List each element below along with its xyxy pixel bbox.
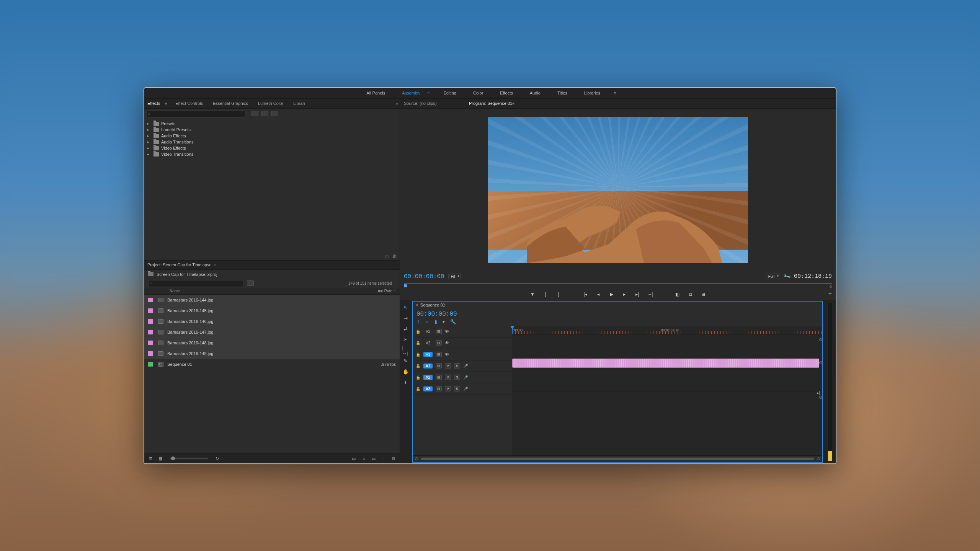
- tree-presets[interactable]: ▸Presets: [144, 121, 400, 127]
- workspace-menu-icon[interactable]: ≡: [427, 91, 430, 95]
- workspace-libraries[interactable]: Libraries: [581, 90, 603, 96]
- project-panel-menu-icon[interactable]: ≡: [214, 263, 216, 267]
- program-tab-menu-icon[interactable]: ≡: [512, 101, 514, 106]
- hand-tool[interactable]: ✋: [402, 368, 409, 375]
- track-select-tool[interactable]: ⇥: [402, 315, 409, 322]
- preset-filter-2-button[interactable]: [261, 111, 268, 116]
- track-target[interactable]: A2: [423, 375, 433, 380]
- video-track-header[interactable]: 🔒 V1 ⊟ 👁: [413, 349, 512, 360]
- automate-to-sequence-button[interactable]: ▭: [351, 456, 357, 461]
- go-to-out-button[interactable]: ▸|: [634, 292, 641, 297]
- clip-row[interactable]: Barnastars 2016-149.jpg: [144, 348, 400, 359]
- wrench-icon[interactable]: 🔧: [450, 319, 456, 324]
- tree-audio-effects[interactable]: ▸Audio Effects: [144, 133, 400, 139]
- preset-filter-1-button[interactable]: [252, 111, 258, 116]
- play-button[interactable]: ▶: [608, 292, 615, 297]
- step-back-button[interactable]: ◂: [595, 292, 602, 297]
- sequence-tab-menu-icon[interactable]: ≡: [444, 303, 446, 307]
- sequence-tab[interactable]: Sequence 01: [420, 303, 445, 307]
- toggle-track-output-icon[interactable]: 👁: [445, 329, 449, 334]
- voice-over-icon[interactable]: 🎤: [463, 387, 468, 391]
- step-forward-button[interactable]: ▸: [621, 292, 628, 297]
- lock-icon[interactable]: 🔒: [416, 387, 420, 391]
- mute-button[interactable]: M: [445, 386, 451, 391]
- snap-toggle-icon[interactable]: ⊹: [416, 319, 420, 324]
- workspace-audio[interactable]: Audio: [527, 90, 544, 96]
- sync-lock-icon[interactable]: ⊟: [436, 386, 442, 391]
- video-track-header[interactable]: 🔒 V2 ⊟ 👁: [413, 337, 512, 349]
- work-area-marker[interactable]: [819, 396, 822, 399]
- lock-icon[interactable]: 🔒: [416, 352, 420, 357]
- go-to-in-button[interactable]: |◂: [582, 292, 589, 297]
- timeline-timecode[interactable]: 00:00:00:00: [416, 311, 457, 318]
- col-header-rate[interactable]: me Rate ˄: [365, 289, 396, 293]
- workspace-assembly[interactable]: Assembly: [399, 90, 423, 96]
- ripple-edit-tool[interactable]: ⇄: [402, 326, 409, 333]
- resolution-select[interactable]: Full: [766, 274, 780, 279]
- sync-lock-icon[interactable]: ⊟: [436, 340, 442, 346]
- audio-track-header[interactable]: 🔒 A1 ⊟ M S 🎤: [413, 360, 512, 372]
- list-view-button[interactable]: ≣: [147, 456, 154, 461]
- video-track-header[interactable]: 🔒 V3 ⊟ 👁: [413, 326, 512, 337]
- lock-icon[interactable]: 🔒: [416, 341, 420, 345]
- slip-tool[interactable]: |↔|: [402, 347, 409, 354]
- source-monitor-tab[interactable]: Source: (no clips): [400, 99, 441, 108]
- tree-video-effects[interactable]: ▸Video Effects: [144, 145, 400, 151]
- project-filter-button[interactable]: [247, 280, 254, 286]
- clip-row[interactable]: Barnastars 2016-148.jpg: [144, 337, 400, 348]
- mute-button[interactable]: M: [445, 375, 451, 380]
- solo-button[interactable]: S: [454, 363, 460, 368]
- clip-row[interactable]: Barnastars 2016-147.jpg: [144, 327, 400, 337]
- add-marker-button[interactable]: ▼: [529, 292, 536, 297]
- tab-essential-graphics[interactable]: Essential Graphics: [211, 99, 250, 107]
- tab-overflow-icon[interactable]: »: [396, 101, 398, 106]
- zoom-out-handle[interactable]: [415, 457, 418, 460]
- timeline-zoom-scrollbar[interactable]: [420, 457, 815, 460]
- clip-row[interactable]: Barnastars 2016-146.jpg: [144, 316, 400, 327]
- sort-icon[interactable]: ↻: [214, 456, 220, 461]
- tab-effect-controls[interactable]: Effect Controls: [174, 99, 204, 107]
- timeline-settings-icon[interactable]: ▾: [443, 319, 445, 324]
- settings-wrench-icon[interactable]: 🔧: [783, 272, 791, 280]
- track-target[interactable]: A1: [423, 364, 433, 368]
- workspace-titles[interactable]: Titles: [554, 90, 570, 96]
- program-monitor-tab[interactable]: Program: Sequence 01: [465, 99, 516, 108]
- audio-meter[interactable]: [823, 300, 836, 463]
- go-to-sequence-end-icon[interactable]: ▸|: [817, 391, 820, 395]
- new-bin-button[interactable]: ▭: [371, 456, 377, 461]
- solo-button[interactable]: S: [454, 375, 460, 380]
- audio-track-header[interactable]: 🔒 A3 ⊟ M S 🎤: [413, 383, 512, 395]
- export-frame-button[interactable]: ◧: [674, 292, 681, 297]
- workspace-editing[interactable]: Editing: [440, 90, 459, 96]
- toggle-track-output-icon[interactable]: 👁: [445, 341, 449, 345]
- zoom-in-handle[interactable]: [817, 457, 820, 460]
- playhead-marker-icon[interactable]: [404, 284, 407, 287]
- preset-filter-3-button[interactable]: [271, 111, 278, 116]
- safe-margins-button[interactable]: ⊞: [700, 292, 707, 297]
- new-bin-icon[interactable]: ▭: [385, 254, 389, 259]
- tab-effects[interactable]: Effects: [146, 99, 162, 107]
- delete-button[interactable]: 🗑: [390, 456, 397, 461]
- project-search-input[interactable]: [148, 280, 244, 287]
- sync-lock-icon[interactable]: ⊟: [436, 329, 442, 334]
- zoom-fit-select[interactable]: Fit: [448, 274, 461, 279]
- mark-out-button[interactable]: }: [555, 292, 562, 297]
- next-edit-button[interactable]: →|: [647, 292, 654, 297]
- tree-audio-transitions[interactable]: ▸Audio Transitions: [144, 139, 400, 145]
- button-editor-plus-icon[interactable]: +: [828, 290, 832, 297]
- video-preview[interactable]: [488, 117, 748, 263]
- selection-tool[interactable]: ↖: [402, 304, 409, 311]
- icon-view-button[interactable]: ▦: [157, 456, 163, 461]
- sync-lock-icon[interactable]: ⊟: [436, 363, 442, 368]
- workspace-all-panels[interactable]: All Panels: [363, 90, 388, 96]
- close-sequence-icon[interactable]: ×: [416, 303, 418, 307]
- find-button[interactable]: ⌕: [361, 456, 367, 461]
- add-marker-icon[interactable]: ▮: [434, 319, 437, 324]
- timeline-clip[interactable]: [512, 359, 819, 368]
- sync-lock-icon[interactable]: ⊟: [436, 352, 442, 357]
- linked-selection-icon[interactable]: ∩: [426, 319, 429, 324]
- track-target[interactable]: V2: [423, 341, 433, 346]
- program-timecode-current[interactable]: 00:00:00:00: [404, 273, 444, 280]
- lock-icon[interactable]: 🔒: [416, 375, 420, 380]
- clip-row[interactable]: Barnastars 2016-145.jpg: [144, 305, 400, 316]
